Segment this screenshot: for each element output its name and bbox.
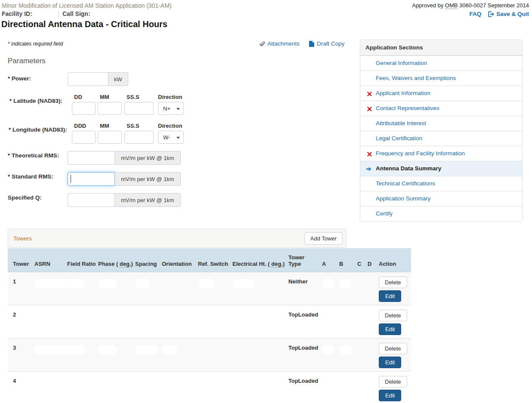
col-d: D — [365, 248, 376, 272]
save-quit-link[interactable]: Save & Quit — [488, 11, 529, 17]
tower-number-cell: 2 — [8, 305, 32, 338]
latitude-mm-label: MM — [100, 94, 109, 100]
latitude-direction-select[interactable]: N+ — [158, 102, 184, 115]
d-cell — [365, 272, 376, 305]
redacted-value — [322, 279, 335, 288]
latitude-dd-input[interactable] — [72, 102, 96, 115]
approved-prefix: Approved by — [412, 2, 443, 9]
tower-number-cell: 4 — [8, 371, 32, 403]
sidebar-item-contact-representatives[interactable]: Contact Representatives — [360, 101, 522, 116]
edit-tower-button[interactable]: Edit — [379, 323, 401, 335]
asrn-cell — [32, 338, 65, 371]
col-b: B — [337, 248, 355, 272]
document-icon — [309, 41, 314, 47]
specified-q-input[interactable] — [68, 193, 115, 207]
attachments-link[interactable]: Attachments — [260, 40, 300, 47]
latitude-sss-label: SS.S — [127, 94, 139, 100]
spacing-cell — [133, 371, 159, 403]
sidebar-item-label: Technical Certifications — [376, 180, 435, 187]
sidebar-item-legal-certification[interactable]: Legal Certification — [360, 131, 522, 146]
col-tower-type: TowerType — [286, 248, 319, 272]
sidebar-item-applicant-information[interactable]: Applicant Information — [360, 86, 522, 101]
error-x-icon — [367, 106, 372, 113]
faq-link[interactable]: FAQ — [469, 11, 481, 17]
asrn-cell — [32, 371, 65, 403]
sidebar-item-antenna-data-summary[interactable]: Antenna Data Summary — [360, 161, 522, 176]
delete-tower-button[interactable]: Delete — [379, 376, 407, 388]
theoretical-rms-input[interactable] — [68, 151, 115, 165]
sidebar-item-label: Application Summary — [376, 195, 431, 202]
delete-tower-button[interactable]: Delete — [379, 343, 407, 354]
latitude-label: * Latitude (NAD83): — [9, 98, 62, 104]
longitude-direction-select[interactable]: W- — [158, 131, 184, 144]
sidebar-item-attributable-interest[interactable]: Attributable Interest — [360, 116, 522, 131]
towers-table: Tower ASRN Field Ratio Phase ( deg.) Spa… — [8, 248, 411, 403]
redacted-value — [135, 378, 151, 388]
c-cell — [355, 305, 365, 338]
spacing-cell — [133, 305, 159, 338]
edit-tower-button[interactable]: Edit — [379, 290, 401, 302]
longitude-mm-label: MM — [100, 123, 109, 129]
orientation-cell — [159, 305, 195, 338]
longitude-ddd-input[interactable] — [72, 131, 96, 144]
redacted-value — [98, 345, 117, 354]
d-cell — [365, 371, 376, 403]
required-field-note: * indicates required field — [8, 41, 63, 47]
top-links: FAQ Save & Quit — [469, 11, 529, 17]
longitude-sss-input[interactable] — [124, 131, 154, 144]
theoretical-rms-group: mV/m per kW @ 1km — [68, 151, 181, 165]
power-input[interactable] — [68, 72, 108, 86]
latitude-sss-input[interactable] — [124, 102, 154, 115]
asrn-cell — [32, 305, 65, 338]
edit-tower-button[interactable]: Edit — [379, 390, 401, 401]
action-cell: Delete Edit — [376, 305, 411, 338]
longitude-label: * Longitude (NAD83): — [9, 126, 67, 133]
col-a: A — [319, 248, 337, 272]
specified-q-group: mV/m per kW @ 1km — [68, 193, 181, 207]
towers-panel-title: Towers — [13, 235, 32, 242]
tower-type-cell: Neither — [286, 272, 319, 305]
col-tower: Tower — [8, 248, 32, 272]
sidebar-item-application-summary[interactable]: Application Summary — [360, 191, 522, 206]
rms-unit-addon: mV/m per kW @ 1km — [115, 193, 181, 207]
redacted-value — [322, 378, 335, 388]
sidebar-item-certify[interactable]: Certify — [360, 206, 522, 221]
draft-copy-link[interactable]: Draft Copy — [309, 40, 345, 47]
edit-tower-button[interactable]: Edit — [379, 357, 401, 368]
latitude-mm-input[interactable] — [98, 102, 122, 115]
add-tower-button[interactable]: Add Tower — [304, 232, 343, 245]
c-cell — [355, 338, 365, 371]
redacted-value — [98, 312, 117, 321]
a-cell — [319, 272, 337, 305]
sidebar-item-frequency-facility-information[interactable]: Frequency and Facility Information — [360, 146, 522, 161]
tower-type-cell: TopLoaded — [286, 338, 319, 371]
b-cell — [337, 371, 355, 403]
delete-tower-button[interactable]: Delete — [379, 277, 407, 288]
redacted-value — [339, 279, 352, 288]
sidebar-item-label: Attributable Interest — [376, 120, 426, 126]
delete-tower-button[interactable]: Delete — [379, 310, 407, 321]
orientation-cell — [159, 371, 195, 403]
redacted-value — [339, 312, 352, 321]
redacted-value — [322, 312, 335, 321]
sidebar-item-technical-certifications[interactable]: Technical Certifications — [360, 176, 522, 191]
standard-rms-input[interactable] — [68, 172, 115, 186]
action-cell: Delete Edit — [376, 338, 411, 371]
col-phase: Phase ( deg.) — [96, 248, 133, 272]
col-field-ratio: Field Ratio — [65, 248, 96, 272]
a-cell — [319, 305, 337, 338]
sidebar-item-general-information[interactable]: General Information — [360, 55, 522, 71]
paperclip-icon — [260, 41, 265, 47]
approved-suffix: 3060-0027 September 2014 — [459, 2, 529, 9]
asrn-cell — [32, 272, 65, 305]
application-sections-panel: Application Sections General Information… — [360, 40, 523, 221]
table-row: 4 TopLoaded Delete Edit — [8, 371, 411, 403]
longitude-mm-input[interactable] — [98, 131, 122, 144]
redacted-value — [232, 312, 255, 321]
phase-cell — [96, 371, 133, 403]
c-cell — [355, 272, 365, 305]
redacted-value — [67, 279, 85, 288]
sidebar-item-fees-waivers-exemptions[interactable]: Fees, Waivers and Exemptions — [360, 71, 522, 86]
electrical-ht-cell — [230, 338, 286, 371]
field-ratio-cell — [65, 371, 96, 403]
